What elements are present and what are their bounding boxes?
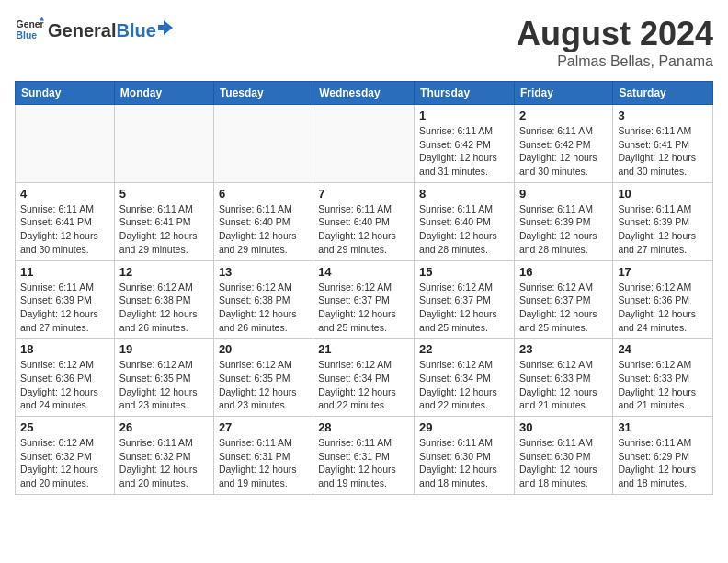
calendar-cell: 6Sunrise: 6:11 AM Sunset: 6:40 PM Daylig… <box>213 182 313 260</box>
calendar-cell: 5Sunrise: 6:11 AM Sunset: 6:41 PM Daylig… <box>114 182 213 260</box>
day-number: 29 <box>419 420 509 434</box>
day-info: Sunrise: 6:12 AM Sunset: 6:32 PM Dayligh… <box>20 436 109 490</box>
calendar-week-row: 25Sunrise: 6:12 AM Sunset: 6:32 PM Dayli… <box>16 417 713 495</box>
day-number: 12 <box>119 265 209 279</box>
day-info: Sunrise: 6:12 AM Sunset: 6:33 PM Dayligh… <box>519 358 608 412</box>
day-info: Sunrise: 6:12 AM Sunset: 6:37 PM Dayligh… <box>419 281 509 335</box>
day-number: 23 <box>519 342 608 356</box>
day-number: 10 <box>618 187 708 201</box>
day-number: 13 <box>219 265 308 279</box>
day-number: 2 <box>519 109 608 122</box>
day-info: Sunrise: 6:12 AM Sunset: 6:37 PM Dayligh… <box>318 281 409 335</box>
day-number: 24 <box>618 342 708 356</box>
calendar-cell <box>213 105 313 183</box>
calendar-cell: 30Sunrise: 6:11 AM Sunset: 6:30 PM Dayli… <box>514 417 612 495</box>
day-info: Sunrise: 6:12 AM Sunset: 6:38 PM Dayligh… <box>219 281 308 335</box>
day-number: 16 <box>519 265 608 279</box>
day-info: Sunrise: 6:11 AM Sunset: 6:31 PM Dayligh… <box>219 436 308 490</box>
weekday-header-sunday: Sunday <box>16 82 115 105</box>
calendar-week-row: 1Sunrise: 6:11 AM Sunset: 6:42 PM Daylig… <box>16 105 713 183</box>
calendar-cell: 27Sunrise: 6:11 AM Sunset: 6:31 PM Dayli… <box>213 417 313 495</box>
day-info: Sunrise: 6:11 AM Sunset: 6:30 PM Dayligh… <box>419 436 509 490</box>
calendar-cell: 31Sunrise: 6:11 AM Sunset: 6:29 PM Dayli… <box>613 417 713 495</box>
calendar-cell: 25Sunrise: 6:12 AM Sunset: 6:32 PM Dayli… <box>16 417 115 495</box>
day-number: 4 <box>20 187 109 201</box>
calendar-cell <box>16 105 115 183</box>
day-number: 14 <box>318 265 409 279</box>
calendar-cell: 17Sunrise: 6:12 AM Sunset: 6:36 PM Dayli… <box>613 260 713 339</box>
day-info: Sunrise: 6:11 AM Sunset: 6:41 PM Dayligh… <box>119 202 209 257</box>
day-info: Sunrise: 6:12 AM Sunset: 6:34 PM Dayligh… <box>318 358 409 412</box>
day-number: 17 <box>618 265 708 279</box>
calendar-cell: 11Sunrise: 6:11 AM Sunset: 6:39 PM Dayli… <box>16 260 115 339</box>
calendar-cell: 9Sunrise: 6:11 AM Sunset: 6:39 PM Daylig… <box>514 182 612 260</box>
calendar-table: SundayMondayTuesdayWednesdayThursdayFrid… <box>15 81 713 495</box>
day-number: 27 <box>219 420 308 434</box>
day-info: Sunrise: 6:12 AM Sunset: 6:35 PM Dayligh… <box>219 358 308 412</box>
day-info: Sunrise: 6:11 AM Sunset: 6:31 PM Dayligh… <box>318 436 409 490</box>
day-number: 22 <box>419 342 509 356</box>
day-number: 5 <box>119 187 209 201</box>
day-number: 28 <box>318 420 409 434</box>
month-year-title: August 2024 <box>517 15 713 53</box>
day-number: 25 <box>20 420 109 434</box>
day-info: Sunrise: 6:12 AM Sunset: 6:35 PM Dayligh… <box>119 358 209 412</box>
weekday-header-tuesday: Tuesday <box>213 82 313 105</box>
calendar-header: SundayMondayTuesdayWednesdayThursdayFrid… <box>16 82 713 105</box>
calendar-cell <box>313 105 415 183</box>
calendar-cell: 28Sunrise: 6:11 AM Sunset: 6:31 PM Dayli… <box>313 417 415 495</box>
day-info: Sunrise: 6:12 AM Sunset: 6:36 PM Dayligh… <box>618 281 708 335</box>
day-number: 8 <box>419 187 509 201</box>
calendar-cell: 20Sunrise: 6:12 AM Sunset: 6:35 PM Dayli… <box>213 339 313 417</box>
weekday-header-thursday: Thursday <box>415 82 515 105</box>
calendar-cell: 24Sunrise: 6:12 AM Sunset: 6:33 PM Dayli… <box>613 339 713 417</box>
day-info: Sunrise: 6:12 AM Sunset: 6:34 PM Dayligh… <box>419 358 509 412</box>
calendar-cell: 26Sunrise: 6:11 AM Sunset: 6:32 PM Dayli… <box>114 417 213 495</box>
calendar-cell: 7Sunrise: 6:11 AM Sunset: 6:40 PM Daylig… <box>313 182 415 260</box>
svg-marker-3 <box>158 20 173 35</box>
day-number: 30 <box>519 420 608 434</box>
calendar-cell: 8Sunrise: 6:11 AM Sunset: 6:40 PM Daylig… <box>415 182 515 260</box>
day-info: Sunrise: 6:12 AM Sunset: 6:38 PM Dayligh… <box>119 281 209 335</box>
calendar-cell: 1Sunrise: 6:11 AM Sunset: 6:42 PM Daylig… <box>415 105 515 183</box>
day-number: 18 <box>20 342 109 356</box>
day-info: Sunrise: 6:12 AM Sunset: 6:37 PM Dayligh… <box>519 281 608 335</box>
calendar-cell: 4Sunrise: 6:11 AM Sunset: 6:41 PM Daylig… <box>16 182 115 260</box>
day-number: 19 <box>119 342 209 356</box>
day-info: Sunrise: 6:11 AM Sunset: 6:39 PM Dayligh… <box>20 281 109 335</box>
day-info: Sunrise: 6:11 AM Sunset: 6:32 PM Dayligh… <box>119 436 209 490</box>
weekday-header-monday: Monday <box>114 82 213 105</box>
day-number: 3 <box>618 109 708 122</box>
calendar-body: 1Sunrise: 6:11 AM Sunset: 6:42 PM Daylig… <box>16 105 713 495</box>
logo-arrow-icon <box>156 18 175 37</box>
day-number: 1 <box>419 109 509 122</box>
calendar-cell: 2Sunrise: 6:11 AM Sunset: 6:42 PM Daylig… <box>514 105 612 183</box>
calendar-cell: 21Sunrise: 6:12 AM Sunset: 6:34 PM Dayli… <box>313 339 415 417</box>
day-info: Sunrise: 6:11 AM Sunset: 6:40 PM Dayligh… <box>419 202 509 257</box>
day-info: Sunrise: 6:11 AM Sunset: 6:41 PM Dayligh… <box>20 202 109 257</box>
svg-text:General: General <box>17 19 44 29</box>
weekday-header-saturday: Saturday <box>613 82 713 105</box>
day-info: Sunrise: 6:11 AM Sunset: 6:41 PM Dayligh… <box>618 124 708 178</box>
weekday-header-friday: Friday <box>514 82 612 105</box>
day-info: Sunrise: 6:11 AM Sunset: 6:30 PM Dayligh… <box>519 436 608 490</box>
logo: General Blue General Blue <box>15 15 175 44</box>
day-info: Sunrise: 6:12 AM Sunset: 6:36 PM Dayligh… <box>20 358 109 412</box>
svg-text:Blue: Blue <box>17 30 38 40</box>
day-number: 6 <box>219 187 308 201</box>
day-info: Sunrise: 6:11 AM Sunset: 6:39 PM Dayligh… <box>618 202 708 257</box>
day-info: Sunrise: 6:11 AM Sunset: 6:42 PM Dayligh… <box>519 124 608 178</box>
calendar-cell: 22Sunrise: 6:12 AM Sunset: 6:34 PM Dayli… <box>415 339 515 417</box>
svg-marker-2 <box>40 17 44 20</box>
day-info: Sunrise: 6:11 AM Sunset: 6:40 PM Dayligh… <box>318 202 409 257</box>
calendar-cell: 23Sunrise: 6:12 AM Sunset: 6:33 PM Dayli… <box>514 339 612 417</box>
calendar-cell: 10Sunrise: 6:11 AM Sunset: 6:39 PM Dayli… <box>613 182 713 260</box>
day-info: Sunrise: 6:11 AM Sunset: 6:39 PM Dayligh… <box>519 202 608 257</box>
logo-blue-text: Blue <box>116 20 155 41</box>
calendar-cell: 3Sunrise: 6:11 AM Sunset: 6:41 PM Daylig… <box>613 105 713 183</box>
weekday-header-wednesday: Wednesday <box>313 82 415 105</box>
day-number: 11 <box>20 265 109 279</box>
calendar-cell: 14Sunrise: 6:12 AM Sunset: 6:37 PM Dayli… <box>313 260 415 339</box>
location-subtitle: Palmas Bellas, Panama <box>517 53 713 70</box>
day-number: 31 <box>618 420 708 434</box>
